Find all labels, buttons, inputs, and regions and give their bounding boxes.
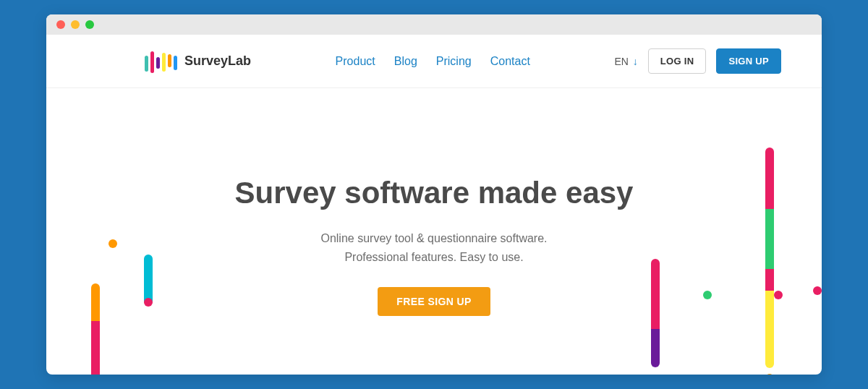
window-minimize-icon[interactable] xyxy=(71,20,80,29)
decor-dot-icon xyxy=(144,298,153,307)
browser-window: SurveyLab Product Blog Pricing Contact E… xyxy=(46,14,822,375)
window-close-icon[interactable] xyxy=(56,20,65,29)
decor-dot-icon xyxy=(813,286,822,295)
brand[interactable]: SurveyLab xyxy=(145,48,251,74)
logo-icon xyxy=(145,48,177,74)
decor-bar-icon xyxy=(91,283,100,375)
language-code: EN xyxy=(614,56,628,67)
nav-blog[interactable]: Blog xyxy=(394,55,417,68)
window-title-bar xyxy=(46,14,822,35)
nav-product[interactable]: Product xyxy=(336,55,375,68)
site-header: SurveyLab Product Blog Pricing Contact E… xyxy=(46,35,822,88)
language-selector[interactable]: EN ↓ xyxy=(614,56,637,67)
decor-dot-icon xyxy=(703,291,712,299)
login-button[interactable]: LOG IN xyxy=(648,48,707,74)
signup-button[interactable]: SIGN UP xyxy=(716,48,781,74)
decor-dot-icon xyxy=(765,374,774,375)
primary-nav: Product Blog Pricing Contact xyxy=(336,55,530,68)
hero-subline-2: Professional features. Easy to use. xyxy=(344,248,523,267)
decor-dot-icon xyxy=(109,239,117,248)
hero: Survey software made easy Online survey … xyxy=(46,88,822,375)
chevron-down-icon: ↓ xyxy=(633,56,638,67)
free-signup-button[interactable]: FREE SIGN UP xyxy=(378,287,490,316)
hero-headline: Survey software made easy xyxy=(235,176,634,210)
decor-bar-icon xyxy=(651,259,660,367)
brand-name: SurveyLab xyxy=(184,54,251,69)
decor-bar-icon xyxy=(765,148,774,368)
decor-dot-icon xyxy=(774,291,783,299)
nav-contact[interactable]: Contact xyxy=(490,55,530,68)
window-maximize-icon[interactable] xyxy=(85,20,94,29)
header-right: EN ↓ LOG IN SIGN UP xyxy=(614,48,781,74)
hero-subline-1: Online survey tool & questionnaire softw… xyxy=(320,229,547,248)
nav-pricing[interactable]: Pricing xyxy=(436,55,472,68)
